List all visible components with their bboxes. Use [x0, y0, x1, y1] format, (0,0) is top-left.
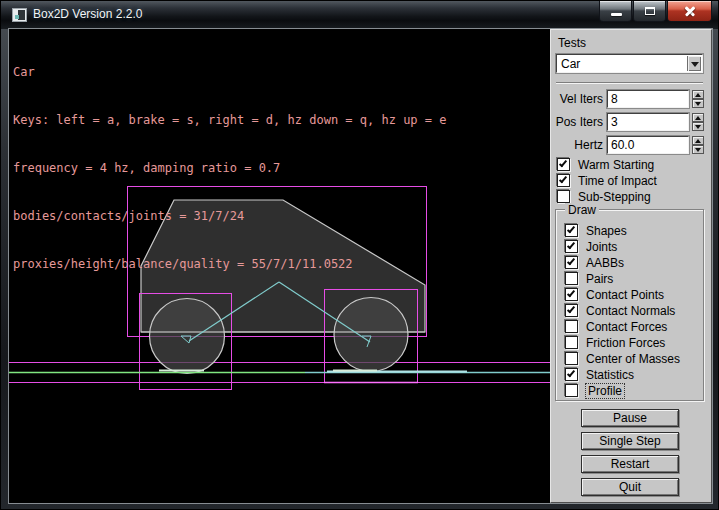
- separator: [556, 82, 703, 84]
- pos-iters-input[interactable]: [607, 113, 689, 131]
- close-button[interactable]: [667, 1, 712, 22]
- app-icon: [12, 8, 27, 22]
- tests-dropdown-button[interactable]: [687, 56, 701, 71]
- draw-group-label: Draw: [565, 203, 599, 217]
- sub-stepping-label: Sub-Stepping: [578, 190, 651, 204]
- hertz-down-button[interactable]: [692, 145, 704, 154]
- pos-iters-row: Pos Iters: [551, 113, 713, 131]
- pause-button[interactable]: Pause: [581, 409, 679, 427]
- window-title: Box2D Version 2.2.0: [33, 7, 142, 21]
- center-of-masses-checkbox[interactable]: [565, 352, 578, 365]
- keys-help-text: Keys: left = a, brake = s, right = d, hz…: [13, 112, 446, 128]
- check-icon: [567, 257, 575, 266]
- minimize-button[interactable]: [599, 1, 632, 22]
- profile-checkbox[interactable]: [565, 384, 578, 397]
- check-icon: [567, 369, 575, 378]
- titlebar[interactable]: Box2D Version 2.2.0: [1, 1, 718, 29]
- vel-iters-down-button[interactable]: [692, 99, 704, 108]
- simulation-canvas[interactable]: Car Keys: left = a, brake = s, right = d…: [9, 29, 550, 503]
- arrow-up-icon: [695, 93, 701, 97]
- pos-iters-label: Pos Iters: [551, 115, 603, 129]
- warm-starting-label: Warm Starting: [578, 158, 654, 172]
- arrow-up-icon: [695, 116, 701, 120]
- check-icon: [567, 289, 575, 298]
- joints-label: Joints: [586, 240, 617, 254]
- contact-forces-label: Contact Forces: [586, 320, 667, 334]
- sub-stepping-checkbox[interactable]: [557, 190, 570, 203]
- hertz-spinner: [692, 136, 704, 154]
- hertz-input[interactable]: [607, 136, 689, 154]
- contact-normals-checkbox[interactable]: [565, 304, 578, 317]
- app-window: Box2D Version 2.2.0: [0, 0, 719, 510]
- contact-normals-label: Contact Normals: [586, 304, 675, 318]
- debug-text-block: Car Keys: left = a, brake = s, right = d…: [13, 32, 446, 304]
- contact-points-label: Contact Points: [586, 288, 664, 302]
- profile-label: Profile: [586, 384, 624, 398]
- check-icon: [567, 225, 575, 234]
- minimize-icon: [611, 13, 622, 16]
- pos-iters-down-button[interactable]: [692, 122, 704, 131]
- tests-label: Tests: [558, 36, 586, 50]
- check-icon: [567, 305, 575, 314]
- pos-iters-up-button[interactable]: [692, 113, 704, 122]
- window-content: Car Keys: left = a, brake = s, right = d…: [9, 29, 712, 503]
- time-of-impact-label: Time of Impact: [578, 174, 657, 188]
- restart-button[interactable]: Restart: [581, 455, 679, 473]
- check-icon: [559, 175, 567, 184]
- chevron-down-icon: [691, 62, 699, 67]
- arrow-down-icon: [695, 148, 701, 152]
- hertz-label: Hertz: [551, 138, 603, 152]
- aabbs-checkbox[interactable]: [565, 256, 578, 269]
- shapes-checkbox[interactable]: [565, 224, 578, 237]
- arrow-down-icon: [695, 102, 701, 106]
- check-icon: [559, 159, 567, 168]
- warm-starting-checkbox[interactable]: [557, 158, 570, 171]
- hertz-up-button[interactable]: [692, 136, 704, 145]
- pos-iters-spinner: [692, 113, 704, 131]
- frequency-text: frequency = 4 hz, damping ratio = 0.7: [13, 160, 446, 176]
- arrow-up-icon: [695, 139, 701, 143]
- vel-iters-label: Vel Iters: [551, 92, 603, 106]
- time-of-impact-checkbox[interactable]: [557, 174, 570, 187]
- hertz-row: Hertz: [551, 136, 713, 154]
- joints-checkbox[interactable]: [565, 240, 578, 253]
- bodies-stats-text: bodies/contacts/joints = 31/7/24: [13, 208, 446, 224]
- front-wheel-shape: [334, 298, 408, 372]
- contact-points-checkbox[interactable]: [565, 288, 578, 301]
- statistics-checkbox[interactable]: [565, 368, 578, 381]
- pairs-label: Pairs: [586, 272, 613, 286]
- friction-forces-label: Friction Forces: [586, 336, 665, 350]
- single-step-button[interactable]: Single Step: [581, 432, 679, 450]
- vel-iters-row: Vel Iters: [551, 90, 713, 108]
- check-icon: [567, 241, 575, 250]
- proxies-stats-text: proxies/height/balance/quality = 55/7/1/…: [13, 256, 446, 272]
- tests-dropdown[interactable]: Car: [556, 54, 703, 73]
- pairs-checkbox[interactable]: [565, 272, 578, 285]
- caption-buttons: [598, 1, 712, 22]
- tests-dropdown-value: Car: [561, 57, 580, 71]
- vel-iters-up-button[interactable]: [692, 90, 704, 99]
- friction-forces-checkbox[interactable]: [565, 336, 578, 349]
- arrow-down-icon: [695, 125, 701, 129]
- vel-iters-input[interactable]: [607, 90, 689, 108]
- maximize-icon: [645, 7, 655, 15]
- center-of-masses-label: Center of Masses: [586, 352, 680, 366]
- test-name-text: Car: [13, 64, 446, 80]
- maximize-button[interactable]: [633, 1, 666, 22]
- shapes-label: Shapes: [586, 224, 627, 238]
- vel-iters-spinner: [692, 90, 704, 108]
- draw-group: Draw Shapes Joints AABBs Pairs: [555, 209, 704, 401]
- quit-button[interactable]: Quit: [581, 478, 679, 496]
- control-panel: Tests Car Vel Iters Pos Iters: [550, 29, 712, 503]
- aabbs-label: AABBs: [586, 256, 624, 270]
- statistics-label: Statistics: [586, 368, 634, 382]
- contact-forces-checkbox[interactable]: [565, 320, 578, 333]
